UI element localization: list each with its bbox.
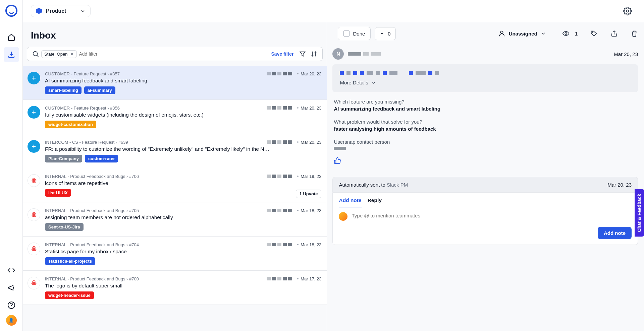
item-type-icon (28, 106, 40, 119)
help-icon (7, 301, 15, 309)
nav-rail: 👤 (0, 0, 23, 331)
item-date: Mar 17, 23 (301, 276, 321, 281)
list-item[interactable]: INTERNAL - Product Feedback and Bugs › #… (23, 168, 327, 202)
feedback-side-tab[interactable]: Chat & Feedback (635, 189, 644, 237)
tag[interactable]: list-UI UX (45, 189, 71, 197)
sent-date: Mar 20, 23 (607, 182, 632, 188)
posted-date: Mar 20, 23 (614, 51, 638, 57)
item-date: Mar 19, 23 (301, 174, 321, 179)
sent-destination: Slack PM (387, 182, 408, 188)
item-date: Mar 18, 23 (301, 208, 321, 213)
nav-code[interactable] (4, 263, 19, 278)
home-icon (7, 33, 15, 41)
megaphone-icon (7, 284, 15, 292)
question-2: What problem would that solve for you? (334, 119, 637, 125)
nav-home[interactable] (4, 29, 19, 45)
tab-reply[interactable]: Reply (368, 197, 382, 207)
tag[interactable]: Sent-to-US-Jira (45, 223, 84, 231)
tag[interactable]: custom-rater (85, 155, 118, 162)
nav-help[interactable] (4, 297, 19, 313)
like-icon[interactable] (334, 157, 341, 164)
share-icon[interactable] (610, 30, 618, 37)
user-avatar[interactable]: 👤 (6, 315, 17, 326)
item-date: Mar 20, 23 (301, 71, 321, 76)
workspace-name: Product (46, 8, 66, 14)
svg-point-9 (592, 31, 593, 32)
chip-remove[interactable]: ✕ (70, 52, 74, 57)
item-date: Mar 20, 23 (301, 140, 321, 145)
item-crumbs: INTERNAL - Product Feedback and Bugs › #… (45, 208, 139, 213)
done-checkbox[interactable] (343, 30, 350, 37)
filter-bar: State: Open ✕ Save filter (27, 47, 323, 61)
nav-counter[interactable]: 0 (375, 27, 395, 40)
question-3: Usersnap contact person (334, 139, 637, 145)
answer-1: AI summarizing feedback and smart labeli… (334, 106, 637, 112)
item-title: The logo is by default super small (45, 283, 321, 289)
tag-icon[interactable] (590, 30, 598, 37)
list-item[interactable]: CUSTOMER - Feature Request › #356•Mar 20… (23, 100, 327, 134)
item-list: CUSTOMER - Feature Request › #357•Mar 20… (23, 66, 327, 331)
svg-point-7 (500, 31, 503, 34)
note-input[interactable] (352, 212, 632, 218)
inbox-icon (7, 51, 15, 59)
upvote-pill[interactable]: 1 Upvote (296, 190, 322, 198)
chevron-down-icon (541, 31, 546, 36)
list-item[interactable]: INTERNAL - Product Feedback and Bugs › #… (23, 237, 327, 271)
tag[interactable]: statistics-all-projects (45, 257, 95, 265)
item-crumbs: INTERNAL - Product Feedback and Bugs › #… (45, 174, 139, 179)
app-logo[interactable] (5, 5, 17, 17)
gear-icon[interactable] (623, 7, 632, 15)
more-details-toggle[interactable]: More Details (340, 80, 376, 85)
svg-point-5 (32, 247, 35, 251)
item-type-icon (28, 208, 40, 221)
author-row: N Mar 20, 23 (332, 45, 638, 64)
list-item[interactable]: INTERNAL - Product Feedback and Bugs › #… (23, 271, 327, 305)
page-title: Inbox (23, 22, 327, 47)
search-icon[interactable] (32, 50, 39, 58)
save-filter-link[interactable]: Save filter (271, 51, 294, 57)
nav-announce[interactable] (4, 280, 19, 295)
answer-3-redacted (334, 147, 637, 150)
list-item[interactable]: INTERCOM - CS - Feature Request › #639•M… (23, 134, 327, 168)
nav-inbox[interactable] (4, 47, 19, 62)
eye-icon[interactable] (562, 30, 570, 37)
item-tags: Sent-to-US-Jira (45, 223, 321, 231)
tag[interactable]: Plan-Company (45, 155, 82, 162)
item-title: icons of items are repetitive (45, 180, 321, 186)
filter-chip-state[interactable]: State: Open ✕ (41, 50, 77, 58)
list-item[interactable]: INTERNAL - Product Feedback and Bugs › #… (23, 202, 327, 237)
trash-icon[interactable] (631, 30, 638, 37)
done-button[interactable]: Done (338, 27, 371, 40)
workspace-selector[interactable]: Product (31, 5, 91, 17)
item-tags: statistics-all-projects (45, 257, 321, 265)
svg-point-6 (32, 281, 35, 285)
question-1: Which feature are you missing? (334, 99, 637, 105)
item-tags: list-UI UX (45, 189, 321, 197)
tag[interactable]: ai-summary (84, 86, 115, 94)
sort-icon[interactable] (310, 50, 318, 58)
item-tags: smart-labelingai-summary (45, 86, 321, 94)
tag[interactable]: smart-labeling (45, 86, 82, 94)
detail-header: Done 0 Unassigned 1 (332, 22, 644, 45)
tag[interactable]: widget-header-issue (45, 291, 94, 299)
svg-point-1 (627, 10, 629, 12)
tag[interactable]: widget-customization (45, 121, 96, 128)
add-note-button[interactable]: Add note (598, 227, 632, 239)
item-tags: widget-header-issue (45, 291, 321, 299)
item-type-icon (28, 243, 40, 255)
add-filter-input[interactable] (79, 51, 268, 57)
note-avatar (339, 212, 347, 221)
answer-2: faster analysing high amounts of feedbac… (334, 126, 637, 132)
item-tags: widget-customization (45, 121, 321, 128)
list-item[interactable]: CUSTOMER - Feature Request › #357•Mar 20… (23, 66, 327, 100)
svg-point-2 (33, 52, 38, 56)
filter-icon[interactable] (299, 50, 306, 58)
item-date: Mar 18, 23 (301, 242, 321, 247)
assignee-selector[interactable]: Unassigned (498, 30, 546, 37)
item-date: Mar 20, 23 (301, 106, 321, 111)
chevron-down-icon (80, 8, 86, 14)
tab-add-note[interactable]: Add note (339, 197, 361, 207)
chevron-down-icon (371, 80, 376, 85)
topbar: Product (23, 0, 644, 22)
sent-strip: Automatically sent to Slack PM Mar 20, 2… (332, 177, 638, 192)
